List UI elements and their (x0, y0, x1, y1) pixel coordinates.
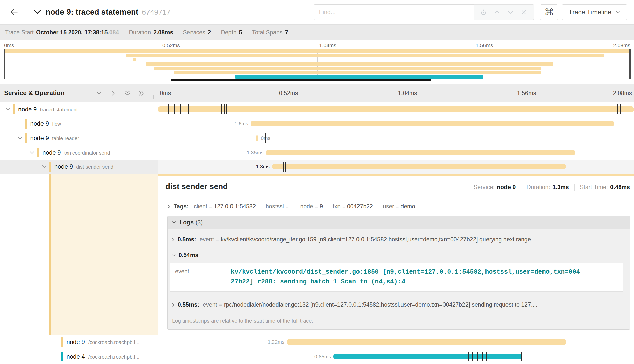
expand-one-icon[interactable] (110, 90, 117, 96)
span-duration-bar[interactable] (272, 164, 566, 169)
log-entry-collapsed[interactable]: 0.5ms:event=kv/kvclient/kvcoord/range_it… (168, 229, 630, 246)
find-input[interactable] (314, 4, 474, 20)
span-tags-row[interactable]: Tags:client=127.0.0.1:54582hostssl=node=… (165, 203, 630, 210)
focus-match-icon[interactable] (480, 9, 487, 16)
tag-separator (295, 203, 295, 210)
indent-guide (14, 349, 14, 364)
span-timeline-cell[interactable]: 0.85ms (158, 349, 634, 364)
chevron-right-icon (167, 205, 171, 209)
log-entries: 0.5ms:event=kv/kvclient/kvcoord/range_it… (168, 229, 630, 311)
meta-value: 1.3ms (553, 184, 569, 191)
log-marker-tick (285, 162, 286, 172)
span-duration-bar[interactable] (266, 150, 575, 155)
service-name: node 9 (54, 163, 73, 170)
log-marker-tick (226, 104, 227, 114)
indent-guide (38, 335, 38, 349)
prev-match-icon[interactable] (494, 9, 500, 16)
span-color-block (49, 162, 51, 172)
span-color-block (25, 119, 27, 129)
span-timeline-cell[interactable]: 0ms (158, 131, 634, 145)
span-duration-label: 1.3ms (256, 164, 269, 170)
tag-value: demo (400, 203, 415, 210)
span-row[interactable]: node 9txn coordinator send1.35ms (0, 145, 634, 160)
minimap-left-handle[interactable] (4, 49, 5, 79)
selected-span-indent-column (49, 174, 158, 335)
span-row[interactable]: node 9flow1.6ms (0, 116, 634, 131)
span-color-block (37, 148, 39, 157)
log-entry-collapsed[interactable]: 0.55ms:event=rpc/nodedialer/nodedialer.g… (168, 294, 630, 311)
back-button[interactable] (0, 0, 28, 24)
summary-label: Trace Start (5, 29, 34, 36)
span-row[interactable]: node 9traced statement (0, 102, 634, 116)
collapse-trace-chevron-icon[interactable] (34, 10, 41, 14)
span-row[interactable]: node 9/cockroach.roachpb.I...1.22ms (0, 335, 634, 349)
expand-chevron-icon[interactable] (18, 137, 23, 140)
span-tree-cell[interactable]: node 9txn coordinator send (0, 145, 158, 160)
log-marker-tick (486, 352, 487, 361)
meta-label: Start Time: (580, 184, 608, 191)
span-row[interactable]: node 9dist sender send1.3ms (0, 160, 634, 174)
indent-guide (26, 145, 26, 160)
expand-chevron-icon[interactable] (42, 165, 47, 168)
span-duration-bar[interactable] (333, 354, 522, 359)
span-row[interactable]: node 4/cockroach.roachpb.I...0.85ms (0, 349, 634, 364)
expand-chevron-icon[interactable] (30, 151, 34, 154)
span-duration-bar[interactable] (251, 121, 614, 126)
span-detail-indent (0, 174, 158, 335)
span-tree-cell[interactable]: node 9/cockroach.roachpb.I... (0, 335, 158, 349)
span-timeline-cell[interactable]: 1.22ms (158, 335, 634, 349)
next-match-icon[interactable] (507, 9, 514, 16)
keyboard-shortcuts-button[interactable]: ⌘ (540, 4, 558, 20)
log-entry-expanded-header[interactable]: 0.54ms (168, 246, 630, 259)
equals-sign: = (315, 204, 318, 210)
ruler-tick-label: 1.56ms (517, 90, 536, 96)
view-selector-label: Trace Timeline (568, 8, 611, 16)
logs-section: Logs (3) 0.5ms:event=kv/kvclient/kvcoord… (167, 216, 630, 330)
span-row[interactable]: node 9table reader0ms (0, 131, 634, 145)
operation-name: table reader (52, 136, 79, 141)
summary-separator (124, 29, 124, 36)
tag-value: 127.0.0.1:54582 (214, 203, 256, 210)
summary-separator (216, 29, 216, 36)
log-field-key: event (170, 263, 231, 291)
span-name: node 9table reader (30, 135, 79, 142)
ruler-gridline (277, 84, 277, 102)
span-name: node 9txn coordinator send (42, 149, 110, 156)
service-name: node 9 (30, 120, 49, 127)
span-tree-cell[interactable]: node 4/cockroach.roachpb.I... (0, 349, 158, 364)
minimap-span-bar (154, 67, 541, 70)
chevron-down-icon (616, 11, 621, 14)
log-marker-tick (168, 104, 169, 114)
tag-value: 9 (320, 203, 323, 210)
minimap-tick-label: 0.52ms (162, 42, 180, 48)
span-tree-cell[interactable]: node 9flow (0, 116, 158, 131)
indent-guide (14, 145, 14, 160)
column-resizer-handle[interactable] (153, 95, 155, 99)
minimap-right-handle[interactable] (629, 49, 631, 79)
span-rows-top: node 9traced statementnode 9flow1.6msnod… (0, 102, 634, 174)
span-timeline-cell[interactable]: 1.35ms (158, 145, 634, 160)
span-timeline-cell[interactable]: 1.3ms (158, 160, 634, 174)
tag-key: txn (333, 203, 341, 210)
span-tree-cell[interactable]: node 9traced statement (0, 102, 158, 116)
clear-search-icon[interactable] (520, 9, 527, 16)
view-selector-button[interactable]: Trace Timeline (562, 4, 627, 20)
logs-count: (3) (196, 219, 203, 226)
indent-guide (14, 131, 14, 145)
span-timeline-cell[interactable] (158, 102, 634, 116)
collapse-one-icon[interactable] (96, 90, 102, 96)
span-name: node 9flow (30, 120, 61, 127)
span-duration-bar[interactable] (287, 339, 566, 345)
indent-guide (2, 349, 2, 364)
tag-item: txn=00427b22 (333, 203, 373, 210)
span-tree-cell[interactable]: node 9table reader (0, 131, 158, 145)
expand-all-icon[interactable] (138, 90, 145, 96)
expand-chevron-icon[interactable] (6, 108, 10, 111)
collapse-all-icon[interactable] (124, 90, 131, 96)
minimap-viewport[interactable] (4, 49, 630, 79)
minimap-scrubber[interactable] (171, 79, 431, 81)
span-timeline-cell[interactable]: 1.6ms (158, 116, 634, 131)
indent-guide (2, 160, 2, 174)
logs-header[interactable]: Logs (3) (168, 216, 630, 229)
span-tree-cell[interactable]: node 9dist sender send (0, 160, 158, 174)
